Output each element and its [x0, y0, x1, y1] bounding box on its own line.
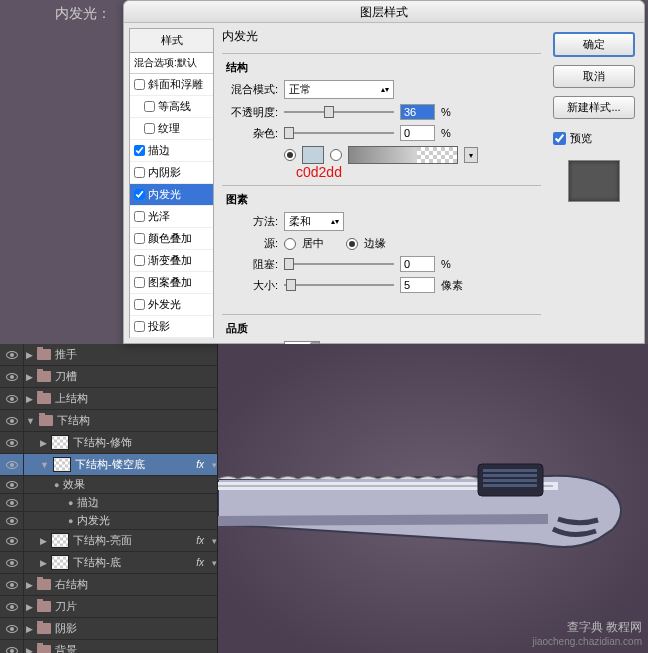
- expand-icon[interactable]: ▶: [26, 602, 33, 612]
- choke-slider[interactable]: [284, 256, 394, 272]
- style-checkbox[interactable]: [134, 255, 145, 266]
- layer-row-6[interactable]: ●效果: [0, 476, 217, 494]
- style-checkbox[interactable]: [134, 145, 145, 156]
- source-edge-radio[interactable]: [346, 238, 358, 250]
- cancel-button[interactable]: 取消: [553, 65, 635, 88]
- layer-row-0[interactable]: ▶推手: [0, 344, 217, 366]
- style-item-8[interactable]: 渐变叠加: [130, 250, 213, 272]
- gradient-picker[interactable]: [348, 146, 458, 164]
- expand-icon[interactable]: ▶: [26, 350, 33, 360]
- layer-row-12[interactable]: ▶刀片: [0, 596, 217, 618]
- style-checkbox[interactable]: [134, 211, 145, 222]
- style-item-11[interactable]: 投影: [130, 316, 213, 338]
- visibility-icon[interactable]: [6, 499, 18, 507]
- layer-row-4[interactable]: ▶下结构-修饰: [0, 432, 217, 454]
- expand-icon[interactable]: ▶: [26, 372, 33, 382]
- style-item-6[interactable]: 光泽: [130, 206, 213, 228]
- expand-icon[interactable]: ▶: [26, 624, 33, 634]
- visibility-icon[interactable]: [6, 481, 18, 489]
- gradient-radio[interactable]: [330, 149, 342, 161]
- style-item-7[interactable]: 颜色叠加: [130, 228, 213, 250]
- layer-row-13[interactable]: ▶阴影: [0, 618, 217, 640]
- choke-input[interactable]: 0: [400, 256, 435, 272]
- technique-dropdown[interactable]: 柔和▴▾: [284, 212, 344, 231]
- color-picker[interactable]: [302, 146, 324, 164]
- folder-icon: [37, 349, 51, 360]
- blend-mode-dropdown[interactable]: 正常▴▾: [284, 80, 394, 99]
- layer-row-10[interactable]: ▶下结构-底fx▾: [0, 552, 217, 574]
- fx-expand-icon[interactable]: ▾: [212, 558, 217, 568]
- visibility-icon[interactable]: [6, 351, 18, 359]
- style-item-9[interactable]: 图案叠加: [130, 272, 213, 294]
- style-item-3[interactable]: 描边: [130, 140, 213, 162]
- visibility-icon[interactable]: [6, 581, 18, 589]
- visibility-icon[interactable]: [6, 603, 18, 611]
- visibility-icon[interactable]: [6, 647, 18, 654]
- expand-icon[interactable]: ▶: [26, 646, 33, 654]
- ok-button[interactable]: 确定: [553, 32, 635, 57]
- style-item-10[interactable]: 外发光: [130, 294, 213, 316]
- expand-icon[interactable]: ▶: [40, 536, 47, 546]
- layers-panel: ▶推手▶刀槽▶上结构▼下结构▶下结构-修饰▼下结构-镂空底fx▾●效果●描边●内…: [0, 344, 218, 653]
- style-item-4[interactable]: 内阴影: [130, 162, 213, 184]
- layer-row-11[interactable]: ▶右结构: [0, 574, 217, 596]
- noise-input[interactable]: 0: [400, 125, 435, 141]
- layer-row-5[interactable]: ▼下结构-镂空底fx▾: [0, 454, 217, 476]
- layer-row-2[interactable]: ▶上结构: [0, 388, 217, 410]
- fx-expand-icon[interactable]: ▾: [212, 536, 217, 546]
- visibility-icon[interactable]: [6, 461, 18, 469]
- style-checkbox[interactable]: [144, 101, 155, 112]
- source-center-radio[interactable]: [284, 238, 296, 250]
- effect-icon: ●: [54, 480, 59, 490]
- layer-row-1[interactable]: ▶刀槽: [0, 366, 217, 388]
- fx-expand-icon[interactable]: ▾: [212, 460, 217, 470]
- new-style-button[interactable]: 新建样式...: [553, 96, 635, 119]
- layer-name: 效果: [63, 477, 85, 492]
- opacity-input[interactable]: 36: [400, 104, 435, 120]
- expand-icon[interactable]: ▼: [40, 460, 49, 470]
- style-checkbox[interactable]: [134, 321, 145, 332]
- style-list-header: 样式: [130, 29, 213, 53]
- visibility-icon[interactable]: [6, 559, 18, 567]
- expand-icon[interactable]: ▶: [40, 558, 47, 568]
- visibility-icon[interactable]: [6, 537, 18, 545]
- noise-label: 杂色:: [226, 126, 278, 141]
- gradient-dropdown-icon[interactable]: ▾: [464, 147, 478, 163]
- style-checkbox[interactable]: [134, 233, 145, 244]
- visibility-icon[interactable]: [6, 417, 18, 425]
- expand-icon[interactable]: ▼: [26, 416, 35, 426]
- color-radio[interactable]: [284, 149, 296, 161]
- style-item-5[interactable]: 内发光: [130, 184, 213, 206]
- layer-row-8[interactable]: ●内发光: [0, 512, 217, 530]
- visibility-icon[interactable]: [6, 373, 18, 381]
- visibility-icon[interactable]: [6, 517, 18, 525]
- layer-row-7[interactable]: ●描边: [0, 494, 217, 512]
- expand-icon[interactable]: ▶: [26, 580, 33, 590]
- layer-row-14[interactable]: ▶背景: [0, 640, 217, 653]
- expand-icon[interactable]: ▶: [26, 394, 33, 404]
- visibility-icon[interactable]: [6, 439, 18, 447]
- style-checkbox[interactable]: [134, 299, 145, 310]
- layer-row-3[interactable]: ▼下结构: [0, 410, 217, 432]
- preview-swatch: [568, 160, 620, 202]
- blend-options-header[interactable]: 混合选项:默认: [130, 53, 213, 74]
- noise-slider[interactable]: [284, 125, 394, 141]
- visibility-icon[interactable]: [6, 395, 18, 403]
- style-item-0[interactable]: 斜面和浮雕: [130, 74, 213, 96]
- style-item-1[interactable]: 等高线: [130, 96, 213, 118]
- size-input[interactable]: 5: [400, 277, 435, 293]
- visibility-icon[interactable]: [6, 625, 18, 633]
- style-checkbox[interactable]: [134, 189, 145, 200]
- style-checkbox[interactable]: [134, 277, 145, 288]
- preview-checkbox[interactable]: [553, 132, 566, 145]
- style-checkbox[interactable]: [134, 79, 145, 90]
- layer-row-9[interactable]: ▶下结构-亮面fx▾: [0, 530, 217, 552]
- style-checkbox[interactable]: [134, 167, 145, 178]
- svg-rect-4: [483, 479, 537, 482]
- size-slider[interactable]: [284, 277, 394, 293]
- style-checkbox[interactable]: [144, 123, 155, 134]
- expand-icon[interactable]: ▶: [40, 438, 47, 448]
- style-item-2[interactable]: 纹理: [130, 118, 213, 140]
- panel-title: 内发光: [222, 28, 541, 45]
- opacity-slider[interactable]: [284, 104, 394, 120]
